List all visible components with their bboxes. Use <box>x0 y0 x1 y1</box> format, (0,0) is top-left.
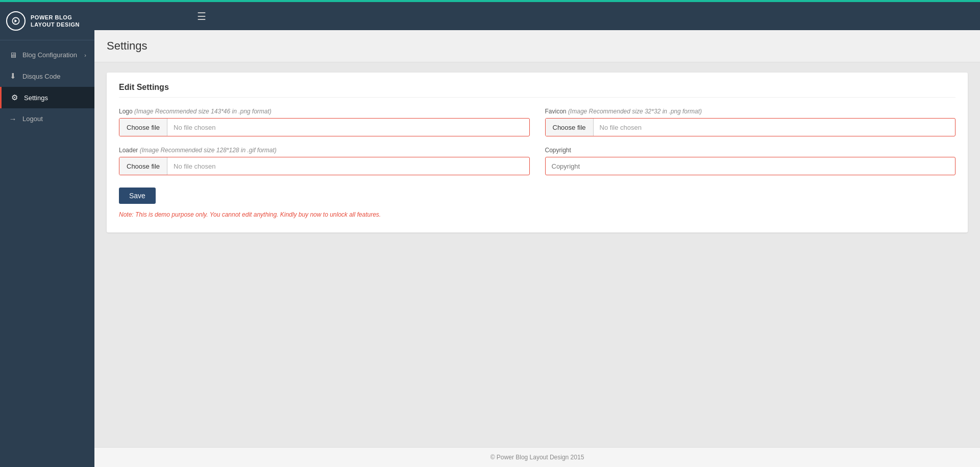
chevron-right-icon: › <box>84 52 86 58</box>
sidebar-nav: 🖥 Blog Configuration › ⬇ Disqus Code ⚙ S… <box>0 40 94 129</box>
note-text: Note: This is demo purpose only. You can… <box>119 211 955 218</box>
logo-choose-button[interactable]: Choose file <box>119 119 167 136</box>
top-bar: ☰ <box>94 2 980 30</box>
sidebar-label-blog-config: Blog Configuration <box>22 51 77 59</box>
logo-text: POWER BLOG LAYOUT DESIGN <box>31 14 80 29</box>
main-content: ☰ Settings Edit Settings Logo (Image Rec… <box>94 2 980 467</box>
card-title: Edit Settings <box>119 83 955 98</box>
copyright-input[interactable] <box>545 157 956 175</box>
logo-svg <box>11 16 21 26</box>
loader-file-name: No file chosen <box>167 162 222 170</box>
settings-icon: ⚙ <box>10 93 19 102</box>
page-title: Settings <box>107 39 968 53</box>
loader-label: Loader (Image Recommended size 128*128 i… <box>119 147 530 154</box>
sidebar-logo: POWER BLOG LAYOUT DESIGN <box>0 2 94 40</box>
logo-icon <box>6 11 26 31</box>
logo-file-name: No file chosen <box>167 124 222 131</box>
logo-form-group: Logo (Image Recommended size 143*46 in .… <box>119 108 530 136</box>
copyright-form-group: Copyright <box>545 147 956 175</box>
disqus-icon: ⬇ <box>8 72 17 81</box>
favicon-label: Favicon (Image Recommended size 32*32 in… <box>545 108 956 115</box>
save-button-wrapper: Save <box>119 175 955 204</box>
loader-file-input[interactable]: Choose file No file chosen <box>119 157 530 175</box>
sidebar-item-disqus-code[interactable]: ⬇ Disqus Code <box>0 65 94 87</box>
loader-form-group: Loader (Image Recommended size 128*128 i… <box>119 147 530 175</box>
logout-icon: → <box>8 114 17 123</box>
sidebar-item-settings[interactable]: ⚙ Settings <box>0 87 94 108</box>
logo-label: Logo (Image Recommended size 143*46 in .… <box>119 108 530 115</box>
favicon-file-input[interactable]: Choose file No file chosen <box>545 118 956 136</box>
loader-choose-button[interactable]: Choose file <box>119 157 167 175</box>
footer: © Power Blog Layout Design 2015 <box>94 447 980 467</box>
blog-config-icon: 🖥 <box>8 51 17 59</box>
save-button[interactable]: Save <box>119 188 156 204</box>
sidebar-label-settings: Settings <box>24 94 48 102</box>
sidebar: POWER BLOG LAYOUT DESIGN 🖥 Blog Configur… <box>0 2 94 467</box>
sidebar-label-logout: Logout <box>22 115 43 123</box>
form-grid: Logo (Image Recommended size 143*46 in .… <box>119 108 955 175</box>
content-header: Settings <box>94 30 980 62</box>
hamburger-button[interactable]: ☰ <box>197 10 206 22</box>
favicon-file-name: No file chosen <box>594 124 648 131</box>
sidebar-item-blog-config[interactable]: 🖥 Blog Configuration › <box>0 44 94 65</box>
favicon-choose-button[interactable]: Choose file <box>546 119 594 136</box>
settings-card: Edit Settings Logo (Image Recommended si… <box>107 73 968 232</box>
footer-text: © Power Blog Layout Design 2015 <box>491 454 584 461</box>
logo-file-input[interactable]: Choose file No file chosen <box>119 118 530 136</box>
favicon-form-group: Favicon (Image Recommended size 32*32 in… <box>545 108 956 136</box>
content-area: Edit Settings Logo (Image Recommended si… <box>94 62 980 447</box>
sidebar-item-logout[interactable]: → Logout <box>0 108 94 129</box>
sidebar-label-disqus-code: Disqus Code <box>22 73 60 80</box>
copyright-label: Copyright <box>545 147 956 154</box>
